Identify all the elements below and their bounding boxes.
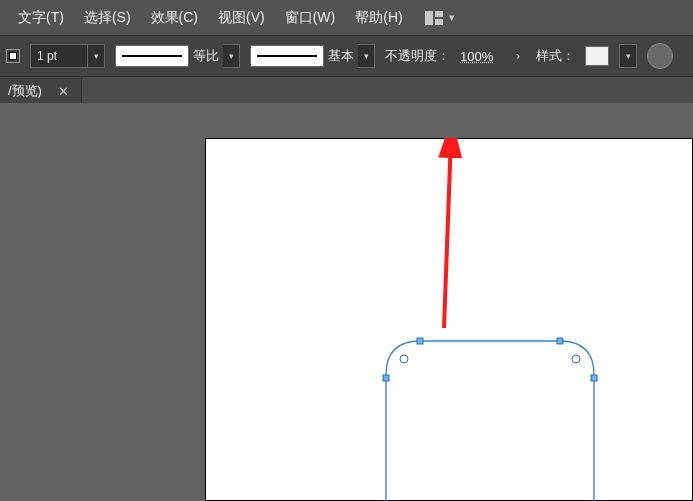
style-dropdown[interactable]: ▾ xyxy=(619,44,637,68)
menu-text[interactable]: 文字(T) xyxy=(8,5,74,31)
svg-point-5 xyxy=(572,355,580,363)
svg-rect-1 xyxy=(557,338,563,344)
menu-view[interactable]: 视图(V) xyxy=(208,5,275,31)
menu-bar: 文字(T) 选择(S) 效果(C) 视图(V) 窗口(W) 帮助(H) ▾ xyxy=(0,0,693,35)
artboard[interactable] xyxy=(205,138,693,501)
brush-swatch[interactable] xyxy=(250,45,324,67)
menu-help[interactable]: 帮助(H) xyxy=(345,5,412,31)
svg-rect-0 xyxy=(417,338,423,344)
graphic-style-swatch[interactable] xyxy=(585,46,609,66)
profile-label: 等比 xyxy=(193,47,219,65)
menu-effect[interactable]: 效果(C) xyxy=(141,5,208,31)
document-tab[interactable]: /预览) ✕ xyxy=(0,77,82,105)
opacity-value[interactable]: 100% xyxy=(460,49,500,64)
opacity-arrow-icon[interactable]: › xyxy=(510,49,526,63)
svg-rect-3 xyxy=(591,375,597,381)
brush-definition: 基本 ▾ xyxy=(250,44,375,68)
brush-label: 基本 xyxy=(328,47,354,65)
variable-width-profile: 等比 ▾ xyxy=(115,44,240,68)
fill-stroke-swatch[interactable] xyxy=(6,49,20,63)
brush-dropdown[interactable]: ▾ xyxy=(358,44,375,68)
chevron-down-icon[interactable]: ▾ xyxy=(449,11,455,24)
svg-line-7 xyxy=(444,138,451,328)
recolor-button[interactable] xyxy=(647,43,673,69)
svg-rect-2 xyxy=(383,375,389,381)
document-tab-title: /预览) xyxy=(8,82,42,100)
svg-point-4 xyxy=(400,355,408,363)
menu-select[interactable]: 选择(S) xyxy=(74,5,141,31)
profile-dropdown[interactable]: ▾ xyxy=(223,44,240,68)
close-icon[interactable]: ✕ xyxy=(54,84,73,99)
rounded-rectangle-shape[interactable] xyxy=(380,335,600,501)
control-bar: ▾ 等比 ▾ 基本 ▾ 不透明度： 100% › 样式： ▾ xyxy=(0,35,693,77)
document-tab-bar: /预览) ✕ xyxy=(0,77,693,105)
opacity-label: 不透明度： xyxy=(385,47,450,65)
workspace-switcher-icon[interactable] xyxy=(425,11,443,25)
workspace-area xyxy=(0,103,693,501)
menu-window[interactable]: 窗口(W) xyxy=(275,5,346,31)
style-label: 样式： xyxy=(536,47,575,65)
stroke-weight-input[interactable] xyxy=(30,44,88,68)
stroke-weight-stepper[interactable]: ▾ xyxy=(88,44,105,68)
profile-swatch[interactable] xyxy=(115,45,189,67)
stroke-weight-field: ▾ xyxy=(30,44,105,68)
